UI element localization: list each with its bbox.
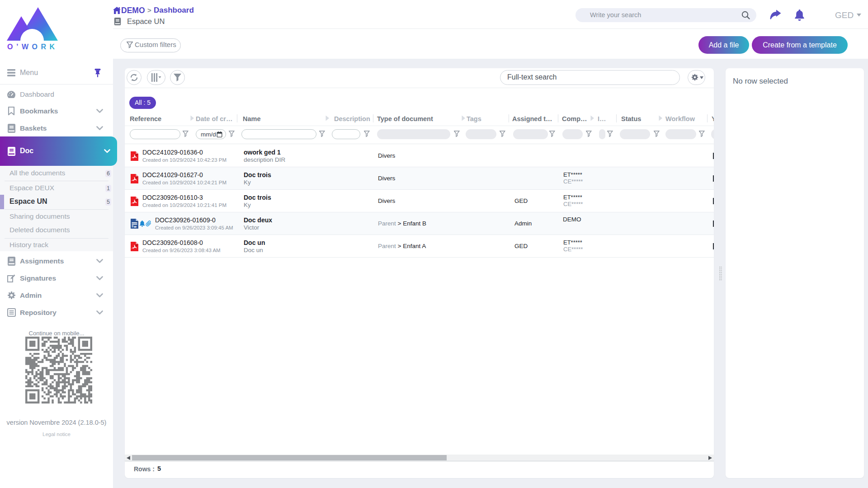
svg-text:O’WORK: O’WORK (7, 43, 58, 51)
